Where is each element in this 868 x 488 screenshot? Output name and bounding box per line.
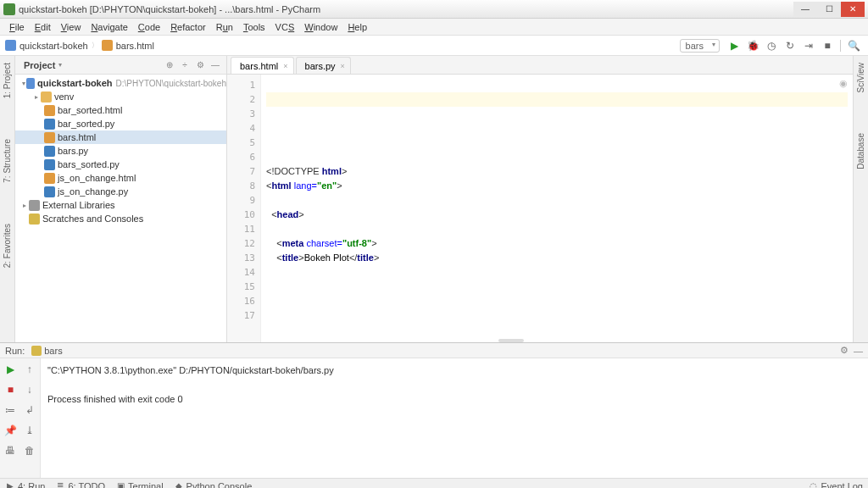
stop-button[interactable]: ■ bbox=[821, 39, 834, 53]
tree-file[interactable]: bars.py bbox=[15, 144, 226, 158]
terminal-icon: ▣ bbox=[115, 481, 125, 489]
python-file-icon bbox=[44, 159, 55, 170]
tab-python-console[interactable]: ◆Python Console bbox=[174, 481, 253, 489]
project-tree[interactable]: ▾quickstart-bokehD:\PHYTON\quickstart-bo… bbox=[15, 75, 226, 342]
html-file-icon bbox=[44, 132, 55, 143]
scroll-button[interactable]: ⤓ bbox=[21, 421, 39, 440]
tree-file[interactable]: bar_sorted.py bbox=[15, 117, 226, 130]
line-gutter: 1234567891011121314151617 bbox=[227, 75, 261, 342]
tree-file[interactable]: bars_sorted.py bbox=[15, 158, 226, 171]
settings-icon[interactable]: ⚙ bbox=[194, 59, 206, 71]
folder-icon bbox=[41, 92, 52, 103]
python-file-icon bbox=[44, 186, 55, 197]
coverage-button[interactable]: ◷ bbox=[765, 39, 778, 53]
tree-file-selected[interactable]: bars.html bbox=[15, 130, 226, 144]
tab-run[interactable]: ▶4: Run bbox=[5, 481, 45, 489]
html-file-icon bbox=[44, 173, 55, 184]
menu-tools[interactable]: Tools bbox=[239, 20, 270, 34]
editor-tab[interactable]: bars.py× bbox=[296, 57, 351, 74]
editor-tab-active[interactable]: bars.html× bbox=[231, 57, 294, 74]
run-toolbar: ▶ ↑ ■ ↓ ≔ ↲ 📌 ⤓ 🖶 🗑 bbox=[0, 358, 41, 478]
collapse-icon[interactable]: ÷ bbox=[179, 59, 191, 71]
menu-refactor[interactable]: Refactor bbox=[166, 20, 210, 34]
tab-terminal[interactable]: ▣Terminal bbox=[115, 481, 164, 489]
pin-button[interactable]: 📌 bbox=[2, 421, 19, 440]
editor-tabs: bars.html× bars.py× bbox=[227, 56, 853, 75]
search-everywhere-button[interactable]: 🔍 bbox=[847, 39, 860, 53]
window-title: quickstart-bokeh [D:\PHYTON\quickstart-b… bbox=[19, 4, 793, 14]
menu-run[interactable]: Run bbox=[212, 20, 237, 34]
event-log-icon: ◌ bbox=[808, 481, 818, 489]
code-area[interactable]: <!DOCTYPE html> <html lang="en"> <head> … bbox=[261, 75, 853, 342]
tool-tab-project[interactable]: 1: Project bbox=[2, 59, 13, 102]
tree-venv[interactable]: ▸venv bbox=[15, 90, 226, 103]
run-config-selector[interactable]: bars bbox=[680, 39, 720, 53]
bottom-tool-tabs: ▶4: Run ≣6: TODO ▣Terminal ◆Python Conso… bbox=[0, 478, 868, 488]
down-button[interactable]: ↓ bbox=[21, 380, 39, 399]
debug-button[interactable]: 🐞 bbox=[746, 39, 760, 53]
python-icon: ◆ bbox=[174, 481, 184, 489]
python-file-icon bbox=[44, 119, 55, 130]
tree-root[interactable]: ▾quickstart-bokehD:\PHYTON\quickstart-bo… bbox=[15, 76, 226, 90]
tab-todo[interactable]: ≣6: TODO bbox=[55, 481, 105, 489]
splitter-handle[interactable] bbox=[498, 339, 524, 342]
menu-file[interactable]: File bbox=[5, 20, 29, 34]
run-settings-icon[interactable]: ⚙ bbox=[840, 345, 849, 356]
stop-run-button[interactable]: ■ bbox=[2, 380, 19, 399]
breadcrumb-file[interactable]: bars.html bbox=[116, 41, 154, 51]
tool-tab-favorites[interactable]: 2: Favorites bbox=[2, 220, 13, 271]
close-tab-icon[interactable]: × bbox=[341, 62, 345, 70]
run-tool-window: Run: bars ⚙ — ▶ ↑ ■ ↓ ≔ ↲ 📌 ⤓ 🖶 🗑 "C:\PY… bbox=[0, 342, 868, 478]
layout-button[interactable]: ≔ bbox=[2, 401, 19, 419]
breadcrumb-root[interactable]: quickstart-bokeh bbox=[19, 41, 88, 51]
project-tool-label: Project bbox=[24, 60, 55, 70]
profile-button[interactable]: ↻ bbox=[783, 39, 797, 53]
up-button[interactable]: ↑ bbox=[21, 360, 39, 379]
menu-help[interactable]: Help bbox=[343, 20, 371, 34]
rerun-button[interactable]: ▶ bbox=[2, 360, 19, 379]
close-button[interactable]: ✕ bbox=[841, 2, 865, 17]
code-editor[interactable]: 1234567891011121314151617 <!DOCTYPE html… bbox=[227, 75, 853, 342]
tree-file[interactable]: bar_sorted.html bbox=[15, 103, 226, 117]
tool-tab-sciview[interactable]: SciView bbox=[855, 59, 866, 96]
tool-tab-database[interactable]: Database bbox=[855, 130, 866, 173]
clear-button[interactable]: 🗑 bbox=[21, 441, 39, 460]
tool-tab-structure[interactable]: 7: Structure bbox=[2, 136, 13, 186]
python-file-icon bbox=[44, 146, 55, 157]
locate-icon[interactable]: ⊕ bbox=[164, 59, 175, 71]
config-icon bbox=[31, 346, 42, 356]
run-config-name[interactable]: bars bbox=[31, 346, 62, 356]
minimize-button[interactable]: — bbox=[793, 2, 817, 17]
menu-edit[interactable]: Edit bbox=[31, 20, 55, 34]
menu-vcs[interactable]: VCS bbox=[271, 20, 299, 34]
menu-code[interactable]: Code bbox=[134, 20, 164, 34]
tree-file[interactable]: js_on_change.html bbox=[15, 171, 226, 185]
left-tool-strip: 1: Project 7: Structure 2: Favorites bbox=[0, 56, 15, 342]
menu-navigate[interactable]: Navigate bbox=[86, 20, 131, 34]
tree-file[interactable]: js_on_change.py bbox=[15, 185, 226, 198]
run-console[interactable]: "C:\PYTHON 3.8.1\python.exe" D:/PHYTON/q… bbox=[41, 358, 868, 478]
project-folder-icon bbox=[5, 40, 16, 51]
menu-bar: File Edit View Navigate Code Refactor Ru… bbox=[0, 19, 868, 36]
run-tool-header: Run: bars ⚙ — bbox=[0, 343, 868, 358]
hide-icon[interactable]: — bbox=[209, 59, 221, 71]
tree-external-libs[interactable]: ▸External Libraries bbox=[15, 198, 226, 212]
menu-view[interactable]: View bbox=[57, 20, 86, 34]
softwrap-button[interactable]: ↲ bbox=[21, 401, 39, 419]
print-button[interactable]: 🖶 bbox=[2, 441, 19, 460]
menu-window[interactable]: Window bbox=[300, 20, 342, 34]
run-button[interactable]: ▶ bbox=[727, 39, 741, 53]
dropdown-icon[interactable]: ▾ bbox=[58, 61, 62, 69]
attach-button[interactable]: ⇥ bbox=[802, 39, 815, 53]
library-icon bbox=[29, 200, 40, 211]
todo-icon: ≣ bbox=[55, 481, 65, 489]
close-tab-icon[interactable]: × bbox=[283, 62, 287, 70]
run-label: Run: bbox=[5, 346, 25, 356]
window-titlebar: quickstart-bokeh [D:\PHYTON\quickstart-b… bbox=[0, 0, 868, 19]
project-tool-window: Project ▾ ⊕ ÷ ⚙ — ▾quickstart-bokehD:\PH… bbox=[15, 56, 227, 342]
tab-event-log[interactable]: ◌Event Log bbox=[808, 481, 863, 489]
run-hide-icon[interactable]: — bbox=[854, 346, 863, 356]
maximize-button[interactable]: ☐ bbox=[817, 2, 841, 17]
tree-scratches[interactable]: Scratches and Consoles bbox=[15, 212, 226, 225]
inspection-eye-icon[interactable]: ◉ bbox=[839, 78, 848, 89]
